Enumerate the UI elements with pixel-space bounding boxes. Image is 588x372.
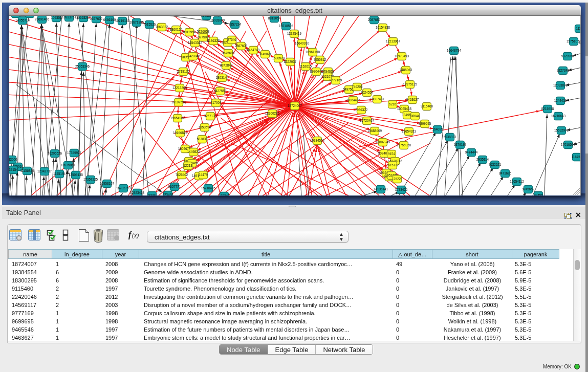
svg-text:7625402: 7625402: [176, 173, 188, 177]
svg-text:9329966: 9329966: [561, 54, 574, 58]
svg-text:8860124: 8860124: [170, 28, 183, 31]
svg-text:16154838: 16154838: [376, 26, 390, 29]
svg-text:f: f: [128, 230, 132, 239]
svg-text:1588520: 1588520: [272, 56, 285, 60]
svg-text:923468: 923468: [162, 193, 173, 195]
svg-text:27546: 27546: [227, 38, 236, 41]
svg-text:12942737: 12942737: [37, 169, 52, 173]
svg-text:10958107: 10958107: [100, 182, 115, 185]
svg-text:587833: 587833: [197, 137, 208, 141]
svg-text:8471676: 8471676: [499, 171, 512, 175]
svg-text:5226058: 5226058: [197, 30, 210, 33]
svg-text:8990443: 8990443: [310, 70, 323, 73]
svg-text:1733426: 1733426: [395, 188, 408, 191]
svg-text:10807487: 10807487: [370, 97, 385, 101]
svg-text:20364436: 20364436: [346, 98, 361, 102]
svg-text:10654112: 10654112: [510, 180, 524, 183]
svg-text:12093872: 12093872: [553, 83, 568, 87]
svg-text:2935114: 2935114: [476, 158, 489, 161]
svg-text:25053346: 25053346: [75, 64, 90, 68]
svg-text:9227343: 9227343: [557, 69, 570, 72]
svg-text:116753: 116753: [572, 155, 581, 159]
svg-text:8912954: 8912954: [183, 30, 196, 34]
svg-text:9115460: 9115460: [421, 104, 433, 108]
svg-text:160338: 160338: [201, 16, 212, 17]
svg-text:9657771: 9657771: [168, 185, 181, 188]
svg-text:17359924: 17359924: [67, 151, 82, 155]
svg-text:9463627: 9463627: [406, 98, 419, 101]
svg-text:746206: 746206: [352, 85, 363, 89]
svg-text:9777169: 9777169: [330, 78, 342, 82]
svg-text:10653267: 10653267: [76, 16, 91, 19]
svg-text:927503: 927503: [198, 35, 209, 39]
svg-text:5938923: 5938923: [444, 135, 456, 139]
svg-text:92456: 92456: [534, 193, 543, 195]
svg-text:10688609: 10688609: [367, 129, 382, 133]
svg-text:9242848: 9242848: [220, 63, 233, 67]
svg-text:2718176: 2718176: [177, 70, 190, 73]
svg-text:98644: 98644: [410, 114, 420, 118]
svg-text:19384554: 19384554: [310, 139, 325, 142]
svg-text:16033809: 16033809: [210, 18, 225, 22]
svg-text:2522: 2522: [394, 177, 401, 181]
svg-text:8322037: 8322037: [284, 60, 297, 63]
svg-text:18724007: 18724007: [288, 104, 302, 107]
svg-text:16648784: 16648784: [447, 49, 462, 52]
svg-text:10025438: 10025438: [397, 107, 412, 111]
svg-text:16640910: 16640910: [295, 41, 310, 45]
svg-text:18807249: 18807249: [376, 140, 390, 144]
svg-text:164095: 164095: [432, 127, 443, 131]
svg-text:15716485: 15716485: [201, 186, 216, 190]
svg-text:1145194: 1145194: [53, 172, 66, 176]
svg-text:6216: 6216: [389, 102, 397, 106]
svg-text:9427552: 9427552: [214, 89, 227, 93]
svg-text:7485063: 7485063: [400, 68, 412, 72]
svg-text:2867608: 2867608: [235, 44, 248, 48]
svg-text:9146821: 9146821: [259, 52, 272, 56]
svg-text:12923468: 12923468: [130, 191, 145, 194]
svg-text:20206526: 20206526: [48, 151, 62, 155]
svg-text:109351: 109351: [51, 16, 62, 19]
svg-text:3675685: 3675685: [222, 51, 235, 55]
svg-text:7632621: 7632621: [489, 163, 502, 166]
svg-text:19756928: 19756928: [397, 143, 411, 147]
svg-text:1244415: 1244415: [554, 99, 567, 102]
svg-text:14055714: 14055714: [15, 18, 30, 22]
svg-text:1117: 1117: [576, 27, 581, 30]
svg-text:417004: 417004: [210, 101, 222, 104]
svg-text:19166825: 19166825: [173, 131, 188, 135]
svg-text:7515526: 7515526: [143, 23, 156, 26]
svg-text:12975115: 12975115: [403, 82, 417, 86]
svg-text:13325419: 13325419: [287, 32, 302, 35]
svg-text:18300295: 18300295: [265, 112, 280, 115]
svg-text:9474444: 9474444: [465, 150, 478, 154]
svg-text:1449822: 1449822: [187, 150, 200, 154]
svg-text:11156829: 11156829: [20, 169, 34, 172]
svg-text:15720407: 15720407: [360, 119, 375, 122]
svg-text:10975867: 10975867: [61, 163, 76, 167]
svg-text:6379197: 6379197: [454, 143, 467, 146]
svg-text:20691406: 20691406: [35, 17, 50, 21]
svg-text:16671385: 16671385: [129, 20, 144, 24]
svg-text:3267130: 3267130: [204, 114, 217, 118]
svg-text:10933751: 10933751: [62, 16, 77, 19]
svg-text:(x): (x): [132, 232, 139, 239]
svg-text:16107554: 16107554: [171, 100, 186, 104]
svg-text:15751074: 15751074: [567, 39, 581, 43]
svg-text:15692971: 15692971: [554, 128, 569, 132]
svg-text:16210643: 16210643: [551, 114, 566, 118]
svg-text:19654923: 19654923: [402, 129, 417, 133]
svg-text:14136141: 14136141: [374, 187, 388, 191]
svg-text:17016504: 17016504: [561, 143, 576, 146]
svg-text:14479: 14479: [199, 173, 208, 177]
svg-text:12213369: 12213369: [172, 86, 187, 90]
svg-text:7986372: 7986372: [355, 108, 368, 112]
svg-text:933000: 933000: [9, 158, 17, 161]
svg-text:9245652: 9245652: [522, 187, 535, 191]
svg-text:1615132: 1615132: [386, 163, 399, 167]
svg-text:7357224: 7357224: [229, 23, 242, 26]
svg-text:2803144: 2803144: [216, 76, 229, 79]
svg-text:19654982: 19654982: [170, 116, 185, 120]
svg-text:7955812: 7955812: [314, 58, 326, 61]
svg-text:39154: 39154: [9, 168, 18, 171]
